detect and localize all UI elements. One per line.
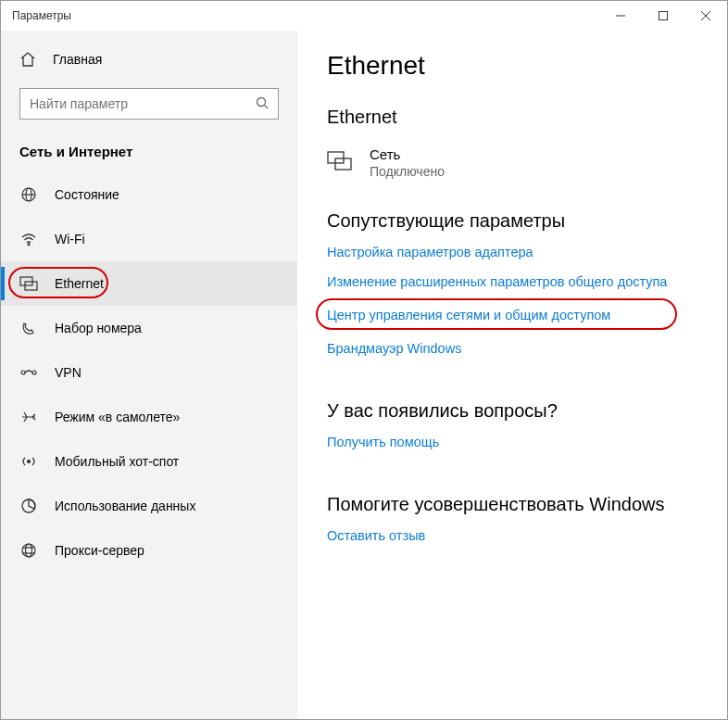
sidebar-item-label: Состояние [55, 187, 119, 202]
main-content: Ethernet Ethernet Сеть Подключено Сопутс… [297, 31, 727, 719]
sidebar-item-label: Режим «в самолете» [55, 410, 180, 424]
sidebar-item-dialup[interactable]: Набор номера [1, 306, 297, 350]
titlebar: Параметры [1, 1, 727, 31]
hotspot-icon [19, 452, 38, 471]
link-get-help[interactable]: Получить помощь [327, 435, 697, 449]
page-title: Ethernet [327, 51, 697, 81]
ethernet-icon [19, 274, 38, 293]
sidebar-item-label: Ethernet [55, 276, 104, 291]
close-button[interactable] [684, 1, 727, 31]
sidebar-item-label: Прокси-сервер [55, 543, 144, 558]
link-firewall[interactable]: Брандмауэр Windows [327, 341, 697, 356]
airplane-icon [19, 408, 38, 426]
window-title: Параметры [12, 9, 71, 22]
sidebar: Главная Сеть и Интернет Состояние [1, 31, 297, 719]
minimize-button[interactable] [599, 1, 642, 31]
maximize-button[interactable] [642, 1, 684, 31]
sidebar-section-header: Сеть и Интернет [1, 138, 297, 172]
svg-point-14 [28, 461, 31, 463]
dialup-icon [19, 319, 38, 337]
svg-point-4 [257, 97, 266, 106]
link-adapter-settings[interactable]: Настройка параметров адаптера [327, 245, 697, 259]
svg-point-19 [26, 544, 32, 557]
sidebar-item-ethernet[interactable]: Ethernet [1, 261, 297, 306]
improve-heading: Помогите усовершенствовать Windows [327, 494, 697, 515]
ethernet-large-icon [327, 148, 353, 174]
search-icon [256, 96, 269, 112]
related-heading: Сопутствующие параметры [327, 210, 697, 232]
sidebar-item-label: Использование данных [55, 499, 195, 513]
sidebar-item-label: Wi-Fi [55, 232, 85, 246]
sidebar-item-datausage[interactable]: Использование данных [1, 484, 297, 528]
sidebar-item-status[interactable]: Состояние [1, 172, 297, 217]
network-state: Подключено [370, 164, 445, 179]
data-usage-icon [19, 497, 38, 515]
sidebar-item-hotspot[interactable]: Мобильный хот-спот [1, 439, 297, 484]
sidebar-item-wifi[interactable]: Wi-Fi [1, 217, 297, 261]
svg-rect-1 [659, 12, 668, 20]
sidebar-item-airplane[interactable]: Режим «в самолете» [1, 395, 297, 439]
search-input[interactable] [19, 88, 279, 120]
globe-icon [19, 185, 38, 204]
proxy-icon [19, 541, 38, 560]
sidebar-item-proxy[interactable]: Прокси-сервер [1, 528, 297, 573]
sidebar-item-label: Набор номера [55, 321, 142, 335]
network-name: Сеть [370, 146, 445, 162]
search-field[interactable] [30, 96, 256, 111]
home-icon [19, 51, 36, 68]
home-label: Главная [53, 52, 102, 67]
svg-point-9 [28, 244, 30, 246]
wifi-icon [19, 230, 38, 248]
page-subtitle: Ethernet [327, 107, 697, 128]
svg-point-13 [32, 371, 36, 374]
questions-heading: У вас появились вопросы? [327, 400, 697, 422]
sidebar-item-label: Мобильный хот-спот [55, 454, 179, 469]
network-status-block[interactable]: Сеть Подключено [327, 146, 697, 179]
link-advanced-sharing[interactable]: Изменение расширенных параметров общего … [327, 274, 697, 289]
sidebar-item-vpn[interactable]: VPN [1, 350, 297, 395]
home-link[interactable]: Главная [1, 44, 297, 75]
svg-line-5 [265, 105, 269, 108]
svg-point-16 [22, 544, 35, 557]
window-controls [599, 1, 727, 31]
svg-point-12 [21, 371, 25, 374]
sidebar-item-label: VPN [55, 365, 82, 380]
link-network-sharing-center[interactable]: Центр управления сетями и общим доступом [327, 304, 610, 326]
link-feedback[interactable]: Оставить отзыв [327, 528, 697, 543]
vpn-icon [19, 363, 38, 382]
